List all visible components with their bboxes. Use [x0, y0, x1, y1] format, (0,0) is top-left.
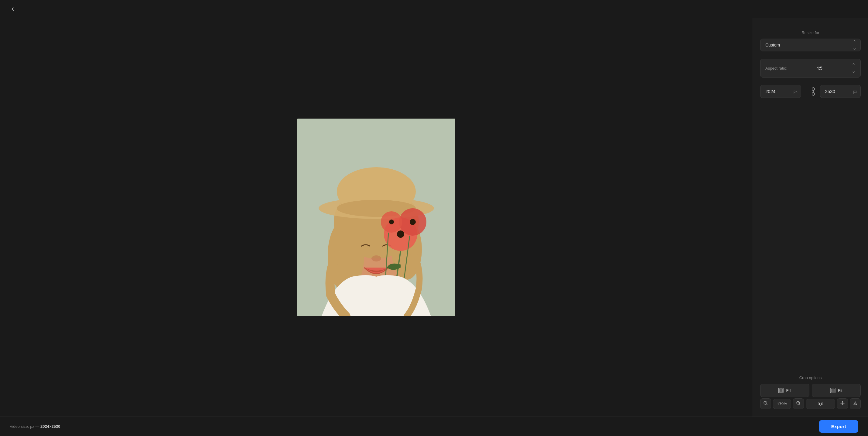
fill-color-icon	[853, 401, 858, 407]
move-button[interactable]	[837, 398, 848, 409]
aspect-ratio-row[interactable]: Aspect ratio: 4:5 ⌃⌄	[760, 59, 861, 78]
height-input[interactable]	[820, 85, 861, 98]
svg-point-14	[397, 230, 404, 238]
back-button[interactable]	[7, 4, 18, 14]
aspect-ratio-label: Aspect ratio:	[765, 66, 787, 70]
aspect-ratio-value: 4:5	[816, 66, 822, 70]
top-bar	[0, 0, 868, 18]
link-proportions-button[interactable]	[809, 87, 817, 96]
zoom-row: 179% 0,0	[760, 398, 861, 409]
svg-rect-18	[812, 92, 814, 95]
crop-section: Crop options Fill Fit	[760, 376, 861, 409]
chain-link-icon	[810, 87, 817, 96]
custom-dropdown-wrapper: Custom Instagram Post Instagram Story Fa…	[760, 39, 861, 51]
crop-options-label: Crop options	[760, 376, 861, 380]
zoom-in-icon	[796, 401, 801, 407]
zoom-in-button[interactable]	[793, 398, 804, 409]
svg-point-16	[389, 220, 394, 224]
fill-button[interactable]: Fill	[760, 384, 809, 397]
dimensions-row: px — px	[760, 85, 861, 98]
dim-separator: —	[804, 87, 817, 96]
aspect-ratio-arrow-icon: ⌃⌄	[851, 62, 856, 74]
fill-icon	[778, 388, 783, 393]
svg-rect-17	[812, 88, 814, 91]
image-container	[297, 119, 455, 316]
export-button[interactable]: Export	[819, 420, 858, 433]
fit-icon	[830, 388, 836, 393]
fit-button[interactable]: Fit	[812, 384, 861, 397]
zoom-out-icon	[763, 401, 768, 407]
portrait-image	[297, 119, 455, 316]
canvas-area	[0, 18, 752, 416]
fill-label: Fill	[786, 388, 791, 393]
svg-line-26	[767, 404, 768, 405]
resize-for-select[interactable]: Custom Instagram Post Instagram Story Fa…	[760, 39, 861, 51]
zoom-value: 179%	[773, 399, 791, 409]
svg-point-15	[410, 219, 416, 225]
fit-label: Fit	[838, 388, 842, 393]
position-value: 0,0	[806, 399, 835, 409]
dash-icon: —	[804, 89, 808, 94]
video-size-value: 2024×2530	[40, 424, 60, 429]
fill-color-button[interactable]	[850, 398, 861, 409]
svg-rect-23	[831, 389, 834, 392]
video-size-prefix: Video size, px —	[10, 424, 39, 429]
bottom-bar: Video size, px — 2024×2530 Export	[0, 416, 868, 436]
svg-point-10	[371, 255, 381, 261]
svg-line-30	[799, 404, 800, 405]
move-icon	[840, 401, 845, 407]
resize-label: Resize for	[760, 30, 861, 35]
width-input[interactable]	[760, 85, 801, 98]
main-content: Resize for Custom Instagram Post Instagr…	[0, 18, 868, 416]
height-input-wrap: px	[820, 85, 861, 98]
crop-buttons: Fill Fit	[760, 384, 861, 397]
video-size-text: Video size, px — 2024×2530	[10, 424, 60, 429]
right-panel: Resize for Custom Instagram Post Instagr…	[752, 18, 868, 416]
zoom-out-button[interactable]	[760, 398, 771, 409]
back-icon	[10, 6, 16, 12]
svg-rect-20	[778, 388, 783, 393]
width-input-wrap: px	[760, 85, 801, 98]
resize-section: Resize for Custom Instagram Post Instagr…	[760, 30, 861, 51]
